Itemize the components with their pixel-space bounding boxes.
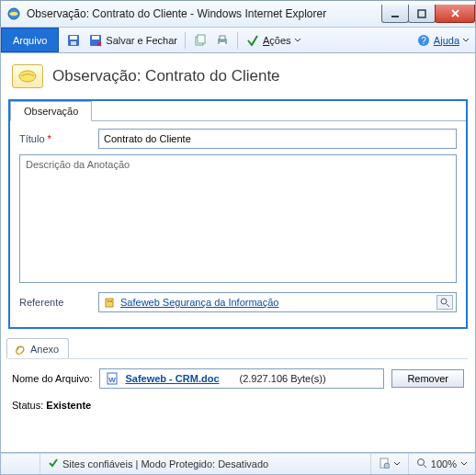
content-area: Observação: Contrato do Cliente Observaç… (0, 53, 476, 453)
file-label: Nome do Arquivo: (12, 373, 92, 384)
descricao-textarea[interactable]: Descrição da Anotação (19, 154, 457, 283)
zoom-value: 100% (431, 458, 457, 469)
chevron-down-icon (462, 37, 470, 44)
save-close-button[interactable]: Salvar e Fechar (88, 33, 177, 48)
toolbar-separator (185, 32, 186, 49)
acoes-menu[interactable]: Ações (245, 33, 301, 48)
file-field[interactable]: W Safeweb - CRM.doc (2.927.106 Byte(s)) (99, 368, 384, 389)
remover-button[interactable]: Remover (391, 369, 464, 388)
minimize-button[interactable] (381, 5, 409, 23)
page-icon (379, 458, 390, 470)
chevron-down-icon (460, 460, 468, 468)
titulo-input[interactable] (98, 129, 457, 149)
svg-rect-2 (418, 10, 425, 17)
svg-rect-4 (70, 36, 77, 40)
print-button[interactable] (215, 33, 230, 48)
svg-rect-5 (71, 41, 76, 45)
ajuda-label: Ajuda (434, 35, 459, 46)
help-icon: ? (416, 33, 431, 48)
security-zone: Sites confiáveis | Modo Protegido: Desat… (40, 454, 276, 474)
form-frame: Observação Título * Descrição da Anotaçã… (8, 99, 468, 329)
chevron-down-icon (294, 37, 301, 44)
svg-point-19 (441, 299, 447, 304)
referente-value[interactable]: Safeweb Segurança da Informação (120, 297, 433, 308)
svg-rect-18 (110, 300, 112, 302)
tab-observacao[interactable]: Observação (10, 101, 92, 121)
zoom-control[interactable]: 100% (408, 454, 475, 474)
svg-text:?: ? (421, 36, 426, 46)
svg-rect-9 (198, 35, 205, 43)
arquivo-label: Arquivo (13, 35, 47, 46)
svg-rect-7 (92, 36, 99, 40)
lookup-button[interactable] (436, 295, 453, 310)
actions-icon (245, 33, 260, 48)
maximize-button[interactable] (408, 5, 436, 23)
zoom-icon (416, 458, 427, 470)
tab-anexo[interactable]: Anexo (6, 338, 69, 358)
toolbar: Arquivo Salvar e Fechar Ações ? Ajuda (0, 28, 476, 53)
save-icon (66, 33, 81, 48)
page-mode-button[interactable] (370, 454, 408, 474)
paperclip-icon (13, 342, 28, 356)
close-button[interactable] (435, 5, 475, 23)
acoes-label: Ações (263, 35, 291, 46)
svg-text:W: W (109, 376, 117, 384)
org-icon (102, 295, 117, 310)
svg-rect-11 (220, 36, 225, 40)
copy-icon (193, 33, 208, 48)
form-status: Status: Existente (8, 394, 468, 414)
anexo-section: Anexo (6, 338, 468, 358)
toolbar-separator (237, 32, 238, 49)
word-doc-icon: W (105, 371, 119, 386)
anexo-tab-label: Anexo (30, 344, 59, 355)
page-title: Observação: Contrato do Cliente (52, 67, 280, 85)
titulo-label: Título * (19, 133, 91, 144)
svg-point-23 (384, 463, 390, 469)
svg-rect-1 (391, 16, 399, 17)
save-close-label: Salvar e Fechar (106, 35, 177, 46)
save-close-icon (88, 33, 103, 48)
note-icon (12, 64, 43, 88)
svg-point-24 (417, 459, 424, 466)
file-name[interactable]: Safeweb - CRM.doc (125, 373, 219, 384)
checkmark-icon (48, 458, 59, 470)
chevron-down-icon (393, 460, 401, 468)
ie-icon (6, 6, 21, 21)
browser-statusbar: Sites confiáveis | Modo Protegido: Desat… (0, 453, 476, 475)
referente-lookup[interactable]: Safeweb Segurança da Informação (98, 292, 457, 312)
file-size: (2.927.106 Byte(s)) (240, 373, 326, 384)
print-icon (215, 33, 230, 48)
zone-text: Sites confiáveis | Modo Protegido: Desat… (62, 458, 268, 469)
ajuda-link[interactable]: ? Ajuda (416, 33, 470, 48)
arquivo-menu[interactable]: Arquivo (1, 28, 59, 52)
svg-rect-17 (108, 300, 109, 302)
svg-rect-12 (220, 42, 225, 45)
save-button[interactable] (66, 33, 81, 48)
referente-label: Referente (19, 297, 91, 308)
svg-rect-16 (106, 299, 113, 307)
toolbar-action-1[interactable] (193, 33, 208, 48)
window-title: Observação: Contrato do Cliente - Window… (27, 7, 382, 20)
window-titlebar: Observação: Contrato do Cliente - Window… (0, 0, 476, 28)
